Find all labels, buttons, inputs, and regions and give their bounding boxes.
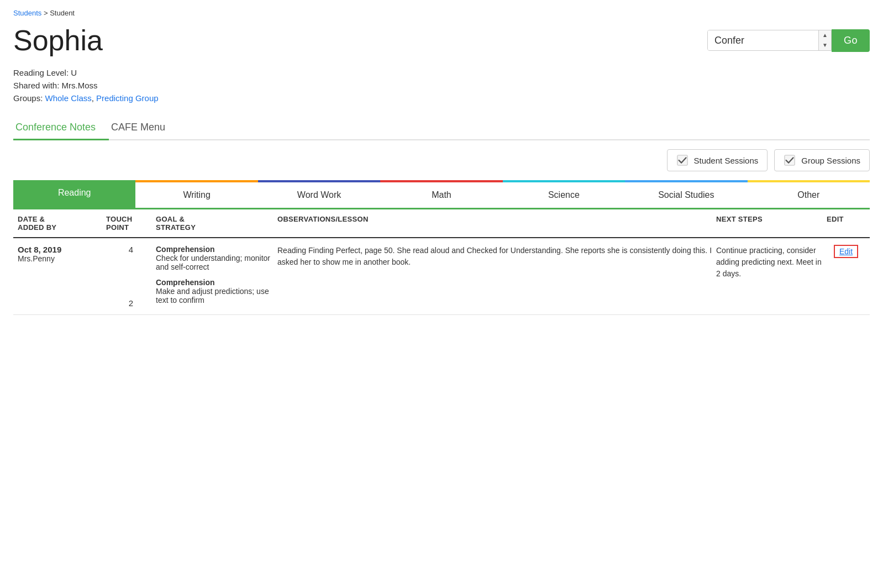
subject-tab-math[interactable]: Math: [380, 180, 502, 208]
header-date: DATE &ADDED BY: [18, 215, 106, 232]
group-whole-class-link[interactable]: Whole Class: [45, 93, 92, 103]
subject-tabs: Reading Writing Word Work Math Science S…: [13, 180, 870, 209]
header-goal: GOAL &STRATEGY: [156, 215, 277, 232]
group-sessions-text: Group Sessions: [801, 156, 860, 165]
goal-title-2: Comprehension: [156, 278, 215, 287]
student-sessions-check-icon: [676, 154, 688, 166]
group-predicting-link[interactable]: Predicting Group: [96, 93, 159, 103]
student-sessions-label[interactable]: Student Sessions: [667, 149, 768, 171]
edit-link[interactable]: Edit: [834, 245, 858, 258]
header-next: NEXT STEPS: [716, 215, 827, 232]
confer-controls: Confer ▲ ▼ Go: [707, 29, 870, 52]
groups-label: Groups:: [13, 93, 43, 103]
group-sessions-check-icon: [784, 154, 796, 166]
shared-with: Shared with: Mrs.Moss: [13, 81, 870, 90]
confer-spinner: ▲ ▼: [818, 30, 831, 50]
cell-goal: Comprehension Check for understanding; m…: [156, 245, 277, 305]
breadcrumb-current: Student: [50, 9, 75, 17]
goal-title-1: Comprehension: [156, 245, 215, 254]
groups-row: Groups: Whole Class, Predicting Group: [13, 93, 870, 103]
cell-obs: Reading Finding Perfect, page 50. She re…: [277, 245, 716, 268]
header-edit: EDIT: [827, 215, 865, 232]
reading-level: Reading Level: U: [13, 68, 870, 77]
subject-tab-science[interactable]: Science: [503, 180, 625, 208]
added-by: Mrs.Penny: [18, 254, 106, 263]
goal-body-1: Check for understanding; monitor and sel…: [156, 254, 270, 271]
confer-select[interactable]: Confer: [708, 30, 818, 50]
cell-next: Continue practicing, consider adding pre…: [716, 245, 827, 280]
cell-date: Oct 8, 2019 Mrs.Penny: [18, 245, 106, 263]
header-row: Sophia Confer ▲ ▼ Go: [13, 24, 870, 57]
touch-point-2: 2: [106, 298, 156, 308]
sessions-row: Student Sessions Group Sessions: [13, 149, 870, 171]
touch-point-1: 4: [106, 245, 156, 254]
confer-select-wrapper: Confer ▲ ▼: [707, 30, 832, 51]
go-button[interactable]: Go: [832, 29, 870, 52]
breadcrumb: Students > Student: [13, 9, 870, 17]
table-header: DATE &ADDED BY TOUCHPOINT GOAL &STRATEGY…: [13, 209, 870, 238]
goal-body-2: Make and adjust predictions; use text to…: [156, 287, 269, 305]
header-obs: OBSERVATIONS/LESSON: [277, 215, 716, 232]
table-row: Oct 8, 2019 Mrs.Penny 4 2 Comprehension …: [13, 238, 870, 315]
group-sessions-label[interactable]: Group Sessions: [774, 149, 870, 171]
subject-tab-writing[interactable]: Writing: [135, 180, 257, 208]
subject-tab-reading[interactable]: Reading: [13, 180, 135, 208]
student-name: Sophia: [13, 24, 103, 57]
cell-edit: Edit: [827, 245, 865, 258]
main-tabs: Conference Notes CAFE Menu: [13, 116, 870, 140]
spinner-down-button[interactable]: ▼: [819, 40, 831, 50]
student-sessions-text: Student Sessions: [694, 156, 759, 165]
tab-cafe-menu[interactable]: CAFE Menu: [109, 116, 178, 140]
subject-tab-other[interactable]: Other: [748, 180, 870, 208]
subject-tab-socialstudies[interactable]: Social Studies: [625, 180, 747, 208]
tab-conference-notes[interactable]: Conference Notes: [13, 116, 109, 140]
cell-touch-1: 4 2: [106, 245, 156, 308]
header-touch: TOUCHPOINT: [106, 215, 156, 232]
date-main: Oct 8, 2019: [18, 245, 106, 254]
breadcrumb-separator: >: [44, 9, 50, 17]
breadcrumb-students-link[interactable]: Students: [13, 9, 41, 17]
spinner-up-button[interactable]: ▲: [819, 30, 831, 40]
subject-tab-wordwork[interactable]: Word Work: [258, 180, 380, 208]
